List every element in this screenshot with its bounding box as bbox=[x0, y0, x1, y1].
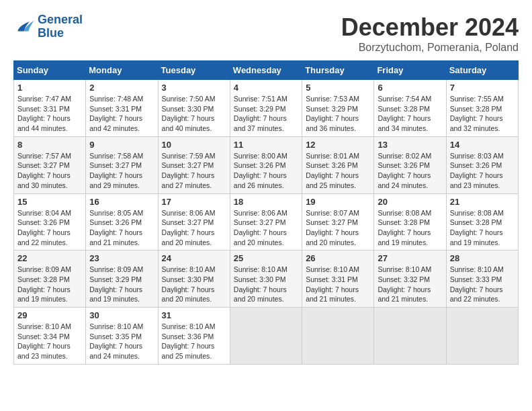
calendar-cell: 24Sunrise: 8:10 AMSunset: 3:30 PMDayligh… bbox=[158, 250, 230, 308]
calendar-header-row: SundayMondayTuesdayWednesdayThursdayFrid… bbox=[14, 61, 519, 80]
day-info: Sunrise: 7:57 AMSunset: 3:27 PMDaylight:… bbox=[17, 151, 82, 191]
calendar-cell: 22Sunrise: 8:09 AMSunset: 3:28 PMDayligh… bbox=[14, 250, 86, 308]
day-number: 5 bbox=[306, 83, 370, 93]
day-info: Sunrise: 8:10 AMSunset: 3:36 PMDaylight:… bbox=[162, 322, 226, 361]
day-number: 21 bbox=[450, 197, 515, 207]
day-number: 24 bbox=[162, 253, 226, 263]
calendar-cell: 9Sunrise: 7:58 AMSunset: 3:27 PMDaylight… bbox=[86, 136, 158, 193]
calendar-week-row: 15Sunrise: 8:04 AMSunset: 3:26 PMDayligh… bbox=[14, 193, 519, 250]
calendar-cell: 27Sunrise: 8:10 AMSunset: 3:32 PMDayligh… bbox=[374, 250, 446, 308]
calendar-header-saturday: Saturday bbox=[446, 61, 518, 80]
day-info: Sunrise: 8:04 AMSunset: 3:26 PMDaylight:… bbox=[17, 208, 82, 248]
title-block: December 2024 Borzytuchom, Pomerania, Po… bbox=[341, 13, 519, 54]
day-info: Sunrise: 7:55 AMSunset: 3:28 PMDaylight:… bbox=[450, 94, 515, 134]
calendar-cell: 7Sunrise: 7:55 AMSunset: 3:28 PMDaylight… bbox=[446, 80, 518, 137]
calendar-cell: 12Sunrise: 8:01 AMSunset: 3:26 PMDayligh… bbox=[302, 136, 374, 193]
day-number: 4 bbox=[234, 83, 298, 93]
month-title: December 2024 bbox=[341, 13, 519, 42]
calendar-cell: 17Sunrise: 8:06 AMSunset: 3:27 PMDayligh… bbox=[158, 193, 230, 250]
day-info: Sunrise: 7:54 AMSunset: 3:28 PMDaylight:… bbox=[378, 94, 442, 134]
day-info: Sunrise: 7:53 AMSunset: 3:29 PMDaylight:… bbox=[306, 94, 370, 134]
day-info: Sunrise: 8:09 AMSunset: 3:29 PMDaylight:… bbox=[89, 265, 154, 304]
day-number: 29 bbox=[17, 310, 82, 320]
day-number: 8 bbox=[17, 140, 82, 150]
calendar-cell: 8Sunrise: 7:57 AMSunset: 3:27 PMDaylight… bbox=[14, 136, 86, 193]
calendar-cell: 20Sunrise: 8:08 AMSunset: 3:28 PMDayligh… bbox=[374, 193, 446, 250]
day-info: Sunrise: 8:08 AMSunset: 3:28 PMDaylight:… bbox=[450, 208, 515, 248]
day-info: Sunrise: 8:08 AMSunset: 3:28 PMDaylight:… bbox=[378, 208, 442, 248]
calendar-cell: 18Sunrise: 8:06 AMSunset: 3:27 PMDayligh… bbox=[230, 193, 302, 250]
day-number: 1 bbox=[17, 83, 82, 93]
calendar-cell: 21Sunrise: 8:08 AMSunset: 3:28 PMDayligh… bbox=[446, 193, 518, 250]
calendar-cell bbox=[446, 308, 518, 365]
day-number: 26 bbox=[306, 253, 370, 263]
calendar-cell: 3Sunrise: 7:50 AMSunset: 3:30 PMDaylight… bbox=[158, 80, 230, 137]
day-number: 2 bbox=[89, 83, 154, 93]
calendar-cell: 5Sunrise: 7:53 AMSunset: 3:29 PMDaylight… bbox=[302, 80, 374, 137]
day-number: 14 bbox=[450, 140, 515, 150]
calendar-cell: 6Sunrise: 7:54 AMSunset: 3:28 PMDaylight… bbox=[374, 80, 446, 137]
calendar-cell: 25Sunrise: 8:10 AMSunset: 3:30 PMDayligh… bbox=[230, 250, 302, 308]
calendar-cell bbox=[230, 308, 302, 365]
calendar-cell: 19Sunrise: 8:07 AMSunset: 3:27 PMDayligh… bbox=[302, 193, 374, 250]
day-info: Sunrise: 8:10 AMSunset: 3:30 PMDaylight:… bbox=[234, 265, 298, 304]
day-number: 13 bbox=[378, 140, 442, 150]
day-number: 23 bbox=[89, 253, 154, 263]
day-info: Sunrise: 8:10 AMSunset: 3:34 PMDaylight:… bbox=[17, 322, 82, 361]
day-number: 30 bbox=[89, 310, 154, 320]
day-number: 11 bbox=[234, 140, 298, 150]
day-number: 19 bbox=[306, 197, 370, 207]
calendar-header-friday: Friday bbox=[374, 61, 446, 80]
day-number: 6 bbox=[378, 83, 442, 93]
day-info: Sunrise: 7:50 AMSunset: 3:30 PMDaylight:… bbox=[162, 94, 226, 134]
day-number: 12 bbox=[306, 140, 370, 150]
calendar-cell: 30Sunrise: 8:10 AMSunset: 3:35 PMDayligh… bbox=[86, 308, 158, 365]
calendar-header-tuesday: Tuesday bbox=[158, 61, 230, 80]
calendar-cell: 15Sunrise: 8:04 AMSunset: 3:26 PMDayligh… bbox=[14, 193, 86, 250]
logo-text: General Blue bbox=[38, 13, 83, 40]
day-number: 17 bbox=[162, 197, 226, 207]
calendar-cell: 14Sunrise: 8:03 AMSunset: 3:26 PMDayligh… bbox=[446, 136, 518, 193]
day-info: Sunrise: 8:10 AMSunset: 3:30 PMDaylight:… bbox=[162, 265, 226, 304]
day-number: 31 bbox=[162, 310, 226, 320]
day-info: Sunrise: 8:06 AMSunset: 3:27 PMDaylight:… bbox=[162, 208, 226, 248]
day-info: Sunrise: 8:06 AMSunset: 3:27 PMDaylight:… bbox=[234, 208, 298, 248]
day-info: Sunrise: 7:48 AMSunset: 3:31 PMDaylight:… bbox=[89, 94, 154, 134]
day-number: 28 bbox=[450, 253, 515, 263]
calendar-table: SundayMondayTuesdayWednesdayThursdayFrid… bbox=[13, 60, 519, 365]
day-number: 3 bbox=[162, 83, 226, 93]
calendar-cell: 2Sunrise: 7:48 AMSunset: 3:31 PMDaylight… bbox=[86, 80, 158, 137]
day-info: Sunrise: 8:00 AMSunset: 3:26 PMDaylight:… bbox=[234, 151, 298, 191]
day-number: 15 bbox=[17, 197, 82, 207]
calendar-cell: 23Sunrise: 8:09 AMSunset: 3:29 PMDayligh… bbox=[86, 250, 158, 308]
day-info: Sunrise: 8:01 AMSunset: 3:26 PMDaylight:… bbox=[306, 151, 370, 191]
calendar-cell bbox=[302, 308, 374, 365]
page-header: General Blue December 2024 Borzytuchom, … bbox=[13, 13, 519, 54]
logo-line2: Blue bbox=[38, 26, 64, 40]
day-info: Sunrise: 8:10 AMSunset: 3:35 PMDaylight:… bbox=[89, 322, 154, 361]
calendar-week-row: 8Sunrise: 7:57 AMSunset: 3:27 PMDaylight… bbox=[14, 136, 519, 193]
calendar-week-row: 22Sunrise: 8:09 AMSunset: 3:28 PMDayligh… bbox=[14, 250, 519, 308]
calendar-cell: 13Sunrise: 8:02 AMSunset: 3:26 PMDayligh… bbox=[374, 136, 446, 193]
calendar-cell: 31Sunrise: 8:10 AMSunset: 3:36 PMDayligh… bbox=[158, 308, 230, 365]
calendar-cell: 28Sunrise: 8:10 AMSunset: 3:33 PMDayligh… bbox=[446, 250, 518, 308]
calendar-cell: 29Sunrise: 8:10 AMSunset: 3:34 PMDayligh… bbox=[14, 308, 86, 365]
calendar-week-row: 1Sunrise: 7:47 AMSunset: 3:31 PMDaylight… bbox=[14, 80, 519, 137]
day-info: Sunrise: 8:09 AMSunset: 3:28 PMDaylight:… bbox=[17, 265, 82, 304]
day-info: Sunrise: 8:03 AMSunset: 3:26 PMDaylight:… bbox=[450, 151, 515, 191]
day-number: 9 bbox=[89, 140, 154, 150]
logo-icon bbox=[13, 16, 35, 38]
day-number: 20 bbox=[378, 197, 442, 207]
calendar-cell: 16Sunrise: 8:05 AMSunset: 3:26 PMDayligh… bbox=[86, 193, 158, 250]
calendar-header-thursday: Thursday bbox=[302, 61, 374, 80]
calendar-header-monday: Monday bbox=[86, 61, 158, 80]
calendar-cell: 26Sunrise: 8:10 AMSunset: 3:31 PMDayligh… bbox=[302, 250, 374, 308]
calendar-header-sunday: Sunday bbox=[14, 61, 86, 80]
day-info: Sunrise: 8:05 AMSunset: 3:26 PMDaylight:… bbox=[89, 208, 154, 248]
calendar-cell: 11Sunrise: 8:00 AMSunset: 3:26 PMDayligh… bbox=[230, 136, 302, 193]
calendar-cell: 10Sunrise: 7:59 AMSunset: 3:27 PMDayligh… bbox=[158, 136, 230, 193]
day-info: Sunrise: 7:59 AMSunset: 3:27 PMDaylight:… bbox=[162, 151, 226, 191]
day-number: 10 bbox=[162, 140, 226, 150]
logo: General Blue bbox=[13, 13, 83, 40]
day-info: Sunrise: 8:02 AMSunset: 3:26 PMDaylight:… bbox=[378, 151, 442, 191]
